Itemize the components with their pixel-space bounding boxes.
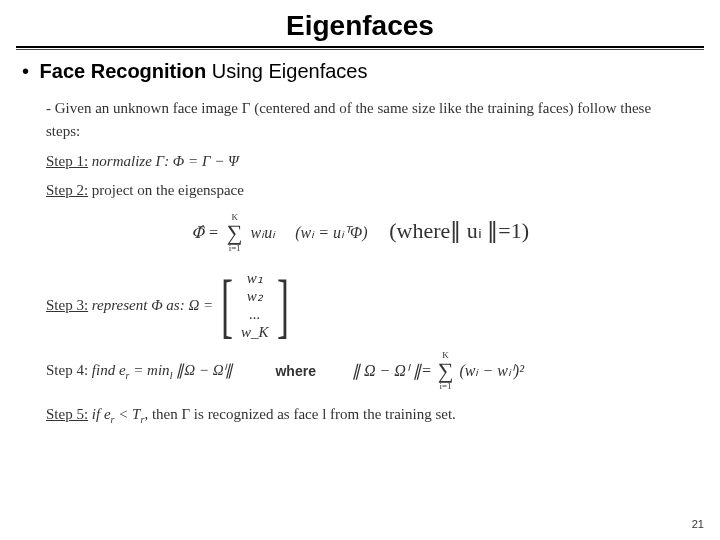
step1-label: Step 1: [46,153,88,169]
norm-inside: (wᵢ − wᵢˡ)² [459,359,524,383]
norm-lhs: ‖ Ω − Ωˡ ‖= [352,359,432,383]
bullet-strong: Face Recognition [40,60,207,82]
intro-line: - Given an unknown face image Γ (centere… [46,97,674,142]
w-definition: (wᵢ = uᵢᵀΦ) [295,221,367,245]
phi-hat-lhs: Φ̂ = [191,221,219,245]
sum-bot: i=1 [229,244,241,253]
step5-text1: if e [88,406,111,422]
section-bullet: • Face Recognition Using Eigenfaces [22,60,698,83]
norm-expansion: ‖ Ω − Ωˡ ‖= K ∑ i=1 (wᵢ − wᵢˡ)² [352,351,524,391]
step-2: Step 2: project on the eigenspace [46,179,674,202]
step4-label: Step 4: [46,362,88,378]
page-title: Eigenfaces [0,10,720,42]
bullet-rest: Using Eigenfaces [206,60,367,82]
slide-content: - Given an unknown face image Γ (centere… [46,97,674,427]
step5-label: Step 5: [46,406,88,422]
vec-r1: w₁ [247,269,263,287]
step3-pre: represent Φ as: Ω = [88,297,213,313]
omega-vector: [ w₁ w₂ ... w_K ] [215,269,294,341]
step5-cond: < T [115,406,141,422]
sum-term: wᵢuᵢ [251,221,276,245]
step-3: Step 3: represent Φ as: Ω = [ w₁ w₂ ... … [46,269,674,341]
step-1: Step 1: normalize Γ: Φ = Γ − Ψ [46,150,674,173]
step2-label: Step 2: [46,182,88,198]
step5-text2: , then Γ is recognized as face l from th… [144,406,455,422]
title-divider [16,46,704,50]
vec-r2: w₂ [247,287,263,305]
equation-center: Φ̂ = K ∑ i=1 wᵢuᵢ (wᵢ = uᵢᵀΦ) (where‖ uᵢ… [46,213,674,253]
step1-text: normalize Γ: Φ = Γ − Ψ [88,153,239,169]
step-5: Step 5: if er < Tr, then Γ is recognized… [46,403,674,427]
page-number: 21 [692,518,704,530]
unit-note: (where‖ uᵢ ‖=1) [389,218,529,243]
step3-label: Step 3: [46,297,88,313]
step4-text: find e [88,362,126,378]
where-label: where [275,361,315,382]
step4-eqpart: = min [130,362,170,378]
norm-sum: K ∑ i=1 [438,351,454,391]
vec-r3: ... [249,305,260,323]
sum-symbol: K ∑ i=1 [227,213,243,253]
step-4: Step 4: find er = minl ‖Ω − Ωˡ‖ where ‖ … [46,351,674,391]
step4-norm: ‖Ω − Ωˡ‖ [172,362,233,378]
step2-text: project on the eigenspace [88,182,244,198]
vec-r4: w_K [241,323,269,341]
